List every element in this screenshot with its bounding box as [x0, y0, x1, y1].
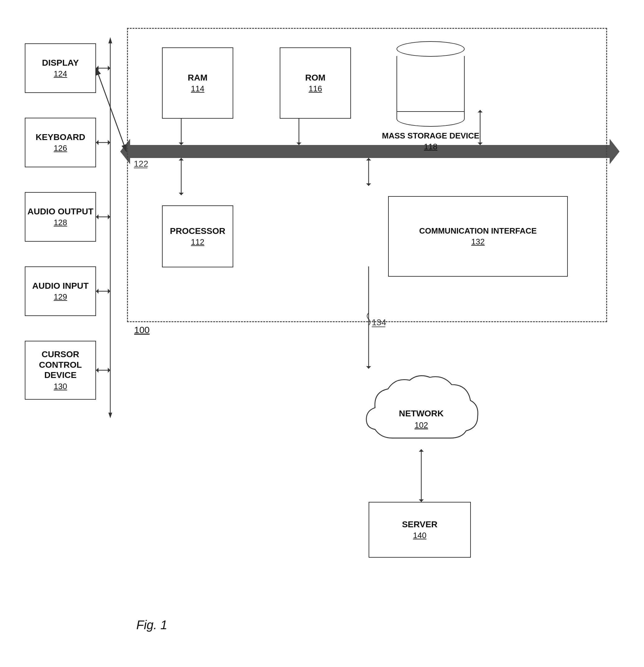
rom-id: 116 [309, 84, 322, 94]
keyboard-label: KEYBOARD [36, 132, 85, 143]
audio-in-arrow-right [108, 289, 110, 294]
keyboard-arrow-left [96, 140, 99, 145]
processor-label: PROCESSOR [170, 226, 226, 237]
audio-out-arrow-left [96, 214, 99, 219]
comm-network-arrow [366, 366, 371, 369]
audio-input-id: 129 [54, 292, 67, 302]
comm-interface-box: COMMUNICATION INTERFACE 132 [388, 196, 568, 277]
display-bus-line2 [96, 68, 126, 151]
audio-out-arrow-right [108, 214, 110, 219]
audio-input-box: AUDIO INPUT 129 [25, 266, 96, 316]
processor-id: 112 [191, 237, 204, 247]
display-box: DISPLAY 124 [25, 43, 96, 93]
audio-output-box: AUDIO OUTPUT 128 [25, 192, 96, 242]
comm-id: 132 [471, 237, 484, 247]
rom-label: ROM [305, 72, 325, 83]
display-bus-line [96, 68, 126, 151]
keyboard-box: KEYBOARD 126 [25, 118, 96, 167]
ram-id: 114 [191, 84, 204, 94]
comm-label: COMMUNICATION INTERFACE [419, 226, 536, 236]
network-cloud: NETWORK 102 [353, 369, 490, 461]
cursor-arrow-right [108, 368, 110, 373]
server-id: 140 [413, 531, 426, 540]
vert-top-arrow [109, 37, 112, 43]
vert-bottom-arrow [109, 413, 112, 418]
network-server-arrow [419, 499, 424, 502]
display-arrow-right [108, 66, 110, 71]
mass-storage-component: MASS STORAGE DEVICE 118 [382, 41, 479, 151]
cursor-control-box: CURSOR CONTROL DEVICE 130 [25, 341, 96, 400]
figure-caption: Fig. 1 [136, 618, 167, 632]
audio-output-label: AUDIO OUTPUT [27, 206, 93, 217]
display-arrow-left [96, 66, 99, 71]
mass-storage-label: MASS STORAGE DEVICE [382, 131, 479, 141]
mass-storage-labels: MASS STORAGE DEVICE 118 [382, 131, 479, 151]
system-id: 100 [134, 325, 150, 335]
ram-box: RAM 114 [162, 47, 233, 119]
cylinder-top [396, 41, 465, 57]
display-label: DISPLAY [42, 58, 79, 68]
server-box: SERVER 140 [369, 502, 471, 558]
network-label-text: NETWORK [399, 409, 444, 418]
audio-in-arrow-left [96, 289, 99, 294]
cursor-arrow-left [96, 368, 99, 373]
processor-box: PROCESSOR 112 [162, 206, 233, 267]
computer-system-box: 100 RAM 114 ROM 116 MASS STORAGE DEVICE … [127, 28, 607, 322]
keyboard-arrow-right [108, 140, 110, 145]
ram-label: RAM [188, 72, 208, 83]
server-label: SERVER [402, 519, 438, 530]
cylinder-bottom [396, 111, 465, 127]
cylinder-body [396, 56, 465, 112]
audio-output-id: 128 [54, 218, 67, 227]
display-id: 124 [54, 69, 67, 79]
diagram: 122 [19, 19, 626, 638]
cursor-id: 130 [54, 382, 67, 391]
keyboard-id: 126 [54, 143, 67, 153]
cursor-label: CURSOR CONTROL DEVICE [26, 349, 95, 380]
mass-storage-id: 118 [382, 142, 479, 151]
cloud-svg: NETWORK 102 [353, 369, 490, 455]
network-id-text: 102 [414, 420, 428, 430]
rom-box: ROM 116 [280, 47, 351, 119]
bus-right-arrow [610, 139, 620, 164]
audio-input-label: AUDIO INPUT [32, 281, 88, 291]
